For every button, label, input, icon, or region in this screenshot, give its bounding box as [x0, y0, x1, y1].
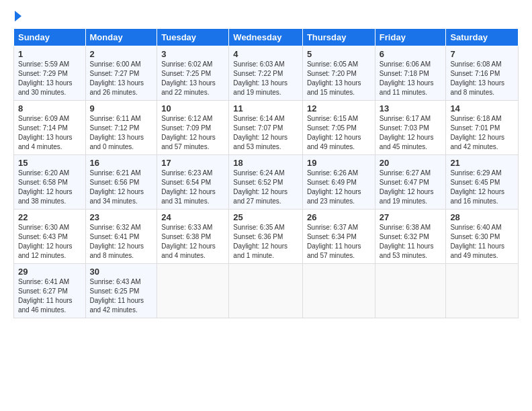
sunset-label: Sunset: 6:36 PM — [233, 233, 283, 240]
day-info: Sunrise: 6:26 AM Sunset: 6:49 PM Dayligh… — [307, 169, 371, 206]
sunset-label: Sunset: 7:05 PM — [307, 124, 357, 132]
calendar-cell: 11 Sunrise: 6:14 AM Sunset: 7:07 PM Dayl… — [229, 101, 303, 155]
day-number: 19 — [307, 158, 371, 168]
calendar-cell: 19 Sunrise: 6:26 AM Sunset: 6:49 PM Dayl… — [302, 155, 375, 210]
daylight-label: Daylight: 13 hours and 30 minutes. — [18, 79, 73, 96]
sunset-label: Sunset: 6:25 PM — [90, 287, 140, 295]
logo — [13, 11, 21, 21]
calendar-cell: 15 Sunrise: 6:20 AM Sunset: 6:58 PM Dayl… — [14, 155, 86, 210]
day-info: Sunrise: 6:21 AM Sunset: 6:56 PM Dayligh… — [90, 169, 153, 206]
sunset-label: Sunset: 7:09 PM — [161, 124, 211, 132]
daylight-label: Daylight: 13 hours and 11 minutes. — [380, 79, 434, 96]
logo-arrow-icon — [15, 11, 21, 21]
daylight-label: Daylight: 13 hours and 8 minutes. — [450, 79, 504, 96]
sunset-label: Sunset: 7:20 PM — [307, 70, 357, 77]
sunrise-label: Sunrise: 6:11 AM — [90, 115, 141, 122]
calendar-week-row: 29 Sunrise: 6:41 AM Sunset: 6:27 PM Dayl… — [14, 264, 519, 318]
day-number: 23 — [90, 212, 153, 222]
sunrise-label: Sunrise: 6:30 AM — [18, 224, 69, 231]
calendar-cell: 16 Sunrise: 6:21 AM Sunset: 6:56 PM Dayl… — [85, 155, 157, 210]
sunrise-label: Sunrise: 6:32 AM — [90, 224, 141, 231]
daylight-label: Daylight: 11 hours and 53 minutes. — [380, 242, 434, 259]
sunrise-label: Sunrise: 6:08 AM — [450, 60, 501, 68]
daylight-label: Daylight: 11 hours and 49 minutes. — [450, 242, 504, 259]
day-number: 7 — [450, 49, 514, 59]
calendar-cell: 17 Sunrise: 6:23 AM Sunset: 6:54 PM Dayl… — [157, 155, 229, 210]
sunset-label: Sunset: 7:27 PM — [90, 70, 140, 77]
day-number: 11 — [233, 103, 298, 113]
sunset-label: Sunset: 7:12 PM — [90, 124, 140, 132]
daylight-label: Daylight: 12 hours and 12 minutes. — [18, 242, 73, 259]
calendar-cell: 23 Sunrise: 6:32 AM Sunset: 6:41 PM Dayl… — [85, 210, 157, 264]
calendar-cell — [446, 264, 519, 318]
daylight-label: Daylight: 13 hours and 4 minutes. — [18, 134, 73, 150]
day-info: Sunrise: 6:41 AM Sunset: 6:27 PM Dayligh… — [18, 277, 81, 315]
calendar-cell: 9 Sunrise: 6:11 AM Sunset: 7:12 PM Dayli… — [85, 101, 157, 155]
day-info: Sunrise: 6:33 AM Sunset: 6:38 PM Dayligh… — [161, 223, 224, 261]
daylight-label: Daylight: 13 hours and 15 minutes. — [307, 79, 361, 96]
daylight-label: Daylight: 12 hours and 42 minutes. — [450, 134, 504, 150]
calendar-cell: 6 Sunrise: 6:06 AM Sunset: 7:18 PM Dayli… — [375, 46, 446, 101]
sunrise-label: Sunrise: 6:29 AM — [450, 169, 501, 177]
sunrise-label: Sunrise: 6:05 AM — [307, 60, 358, 68]
sunset-label: Sunset: 6:32 PM — [380, 233, 429, 240]
daylight-label: Daylight: 12 hours and 38 minutes. — [18, 188, 73, 205]
calendar-cell: 24 Sunrise: 6:33 AM Sunset: 6:38 PM Dayl… — [157, 210, 229, 264]
sunrise-label: Sunrise: 6:41 AM — [18, 278, 69, 285]
sunrise-label: Sunrise: 5:59 AM — [18, 60, 69, 68]
sunset-label: Sunset: 7:01 PM — [450, 124, 500, 132]
daylight-label: Daylight: 12 hours and 4 minutes. — [161, 242, 216, 259]
day-of-week-header: Tuesday — [157, 29, 229, 46]
day-number: 21 — [450, 158, 514, 168]
calendar-week-row: 15 Sunrise: 6:20 AM Sunset: 6:58 PM Dayl… — [14, 155, 519, 210]
day-of-week-header: Friday — [375, 29, 446, 46]
daylight-label: Daylight: 13 hours and 22 minutes. — [161, 79, 216, 96]
day-info: Sunrise: 6:40 AM Sunset: 6:30 PM Dayligh… — [450, 223, 514, 261]
sunset-label: Sunset: 6:58 PM — [18, 179, 68, 186]
daylight-label: Daylight: 13 hours and 0 minutes. — [90, 134, 144, 150]
daylight-label: Daylight: 12 hours and 27 minutes. — [233, 188, 287, 205]
day-number: 14 — [450, 103, 514, 113]
sunset-label: Sunset: 6:54 PM — [161, 179, 211, 186]
day-info: Sunrise: 6:09 AM Sunset: 7:14 PM Dayligh… — [18, 114, 81, 152]
day-number: 13 — [380, 103, 442, 113]
day-info: Sunrise: 6:00 AM Sunset: 7:27 PM Dayligh… — [90, 60, 153, 97]
day-number: 4 — [233, 49, 298, 59]
sunset-label: Sunset: 6:49 PM — [307, 179, 357, 186]
day-info: Sunrise: 6:03 AM Sunset: 7:22 PM Dayligh… — [233, 60, 298, 97]
sunrise-label: Sunrise: 6:17 AM — [380, 115, 431, 122]
sunset-label: Sunset: 6:27 PM — [18, 287, 68, 295]
daylight-label: Daylight: 12 hours and 53 minutes. — [233, 134, 287, 150]
day-info: Sunrise: 6:15 AM Sunset: 7:05 PM Dayligh… — [307, 114, 371, 152]
day-of-week-header: Wednesday — [229, 29, 303, 46]
sunset-label: Sunset: 7:25 PM — [161, 70, 211, 77]
calendar-header-row: SundayMondayTuesdayWednesdayThursdayFrid… — [14, 29, 519, 46]
day-number: 22 — [18, 212, 81, 222]
day-number: 24 — [161, 212, 224, 222]
day-of-week-header: Thursday — [302, 29, 375, 46]
calendar-cell: 29 Sunrise: 6:41 AM Sunset: 6:27 PM Dayl… — [14, 264, 86, 318]
sunset-label: Sunset: 7:16 PM — [450, 70, 500, 77]
daylight-label: Daylight: 11 hours and 42 minutes. — [90, 297, 144, 314]
sunrise-label: Sunrise: 6:35 AM — [233, 224, 284, 231]
daylight-label: Daylight: 12 hours and 34 minutes. — [90, 188, 144, 205]
calendar-cell — [375, 264, 446, 318]
day-number: 28 — [450, 212, 514, 222]
day-info: Sunrise: 6:35 AM Sunset: 6:36 PM Dayligh… — [233, 223, 298, 261]
daylight-label: Daylight: 12 hours and 23 minutes. — [307, 188, 361, 205]
day-number: 20 — [380, 158, 442, 168]
calendar-cell: 10 Sunrise: 6:12 AM Sunset: 7:09 PM Dayl… — [157, 101, 229, 155]
calendar-cell: 7 Sunrise: 6:08 AM Sunset: 7:16 PM Dayli… — [446, 46, 519, 101]
header — [13, 11, 519, 21]
sunset-label: Sunset: 6:56 PM — [90, 179, 140, 186]
calendar-week-row: 22 Sunrise: 6:30 AM Sunset: 6:43 PM Dayl… — [14, 210, 519, 264]
calendar-week-row: 1 Sunrise: 5:59 AM Sunset: 7:29 PM Dayli… — [14, 46, 519, 101]
day-info: Sunrise: 6:29 AM Sunset: 6:45 PM Dayligh… — [450, 169, 514, 206]
day-info: Sunrise: 6:43 AM Sunset: 6:25 PM Dayligh… — [90, 277, 153, 315]
day-info: Sunrise: 6:18 AM Sunset: 7:01 PM Dayligh… — [450, 114, 514, 152]
calendar-cell: 28 Sunrise: 6:40 AM Sunset: 6:30 PM Dayl… — [446, 210, 519, 264]
daylight-label: Daylight: 12 hours and 31 minutes. — [161, 188, 216, 205]
day-info: Sunrise: 6:38 AM Sunset: 6:32 PM Dayligh… — [380, 223, 442, 261]
sunrise-label: Sunrise: 6:03 AM — [233, 60, 284, 68]
sunrise-label: Sunrise: 6:02 AM — [161, 60, 212, 68]
